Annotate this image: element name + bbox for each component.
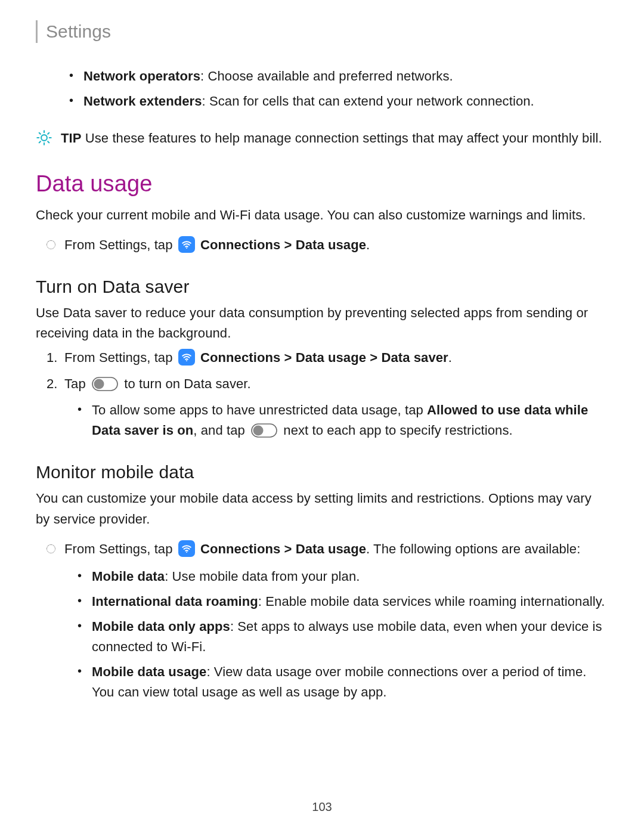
svg-point-14 <box>253 426 264 436</box>
svg-line-5 <box>39 132 41 134</box>
step-number: 2. <box>47 374 58 394</box>
desc: : Use mobile data from your plan. <box>165 569 360 584</box>
list-item: Network extenders: Scan for cells that c… <box>36 91 608 112</box>
connections-icon <box>178 236 195 253</box>
svg-point-9 <box>186 247 187 249</box>
step-prefix: From Settings, tap <box>64 350 177 365</box>
desc: : Choose available and preferred network… <box>200 69 453 83</box>
term: Mobile data usage <box>92 664 206 679</box>
tip-body: Use these features to help manage connec… <box>82 131 602 145</box>
header-title: Settings <box>46 18 111 46</box>
list-item: 2. Tap to turn on Data saver. To allow s… <box>36 374 608 441</box>
sub-bullet-list: To allow some apps to have unrestricted … <box>64 400 608 441</box>
list-item: To allow some apps to have unrestricted … <box>64 400 608 441</box>
lightbulb-icon <box>36 129 52 152</box>
heading-monitor: Monitor mobile data <box>36 459 608 487</box>
page-number: 103 <box>0 798 644 816</box>
svg-point-12 <box>94 379 104 389</box>
list-item: International data roaming: Enable mobil… <box>64 592 608 612</box>
term: Network extenders <box>83 94 202 109</box>
connections-icon <box>178 540 195 557</box>
sub-b: , and tap <box>193 423 249 438</box>
data-saver-intro: Use Data saver to reduce your data consu… <box>36 303 608 343</box>
term: International data roaming <box>92 594 258 609</box>
nav-prefix: From Settings, tap <box>64 541 177 556</box>
step2b: to turn on Data saver. <box>124 376 251 391</box>
sub-c: next to each app to specify restrictions… <box>283 423 512 438</box>
page-header: Settings <box>36 18 608 46</box>
nav-trail: The following options are available: <box>373 541 580 556</box>
heading-data-usage: Data usage <box>36 166 608 202</box>
svg-point-10 <box>186 360 187 361</box>
nav-prefix: From Settings, tap <box>64 237 177 252</box>
heading-data-saver: Turn on Data saver <box>36 273 608 301</box>
tip-label: TIP <box>61 131 82 145</box>
term: Mobile data <box>92 569 165 584</box>
list-item: Mobile data: Use mobile data from your p… <box>64 566 608 587</box>
term: Mobile data only apps <box>92 619 230 634</box>
nav-suffix: . <box>366 541 373 556</box>
tip-text: TIP Use these features to help manage co… <box>61 128 608 148</box>
nav-instruction: From Settings, tap Connections > Data us… <box>36 539 608 703</box>
connections-icon <box>178 349 195 366</box>
svg-point-0 <box>41 135 47 141</box>
data-saver-steps: 1. From Settings, tap Connections > Data… <box>36 348 608 441</box>
nav-path: Connections > Data usage <box>200 237 366 252</box>
svg-line-7 <box>39 141 41 143</box>
toggle-off-icon <box>92 377 118 391</box>
data-usage-intro: Check your current mobile and Wi-Fi data… <box>36 205 608 225</box>
step-number: 1. <box>47 348 58 368</box>
svg-point-15 <box>186 552 187 553</box>
step2a: Tap <box>64 376 89 391</box>
nav-instruction: From Settings, tap Connections > Data us… <box>36 235 608 255</box>
step-path: Connections > Data usage > Data saver <box>200 350 448 365</box>
monitor-intro: You can customize your mobile data acces… <box>36 488 608 529</box>
nav-path: Connections > Data usage <box>200 541 366 556</box>
svg-line-8 <box>48 132 49 134</box>
list-item: Mobile data usage: View data usage over … <box>64 662 608 702</box>
tip-block: TIP Use these features to help manage co… <box>36 128 608 152</box>
header-accent-bar <box>36 20 38 43</box>
sub-a: To allow some apps to have unrestricted … <box>92 402 427 417</box>
monitor-options-list: Mobile data: Use mobile data from your p… <box>64 566 608 703</box>
step-suffix: . <box>448 350 452 365</box>
desc: : Scan for cells that can extend your ne… <box>202 94 534 109</box>
nav-suffix: . <box>366 237 370 252</box>
svg-line-6 <box>48 141 49 143</box>
toggle-off-icon <box>251 423 277 438</box>
term: Network operators <box>83 69 200 83</box>
list-item: 1. From Settings, tap Connections > Data… <box>36 348 608 368</box>
list-item: Network operators: Choose available and … <box>36 66 608 86</box>
top-bullet-list: Network operators: Choose available and … <box>36 66 608 112</box>
desc: : Enable mobile data services while roam… <box>258 594 605 609</box>
list-item: Mobile data only apps: Set apps to alway… <box>64 617 608 657</box>
